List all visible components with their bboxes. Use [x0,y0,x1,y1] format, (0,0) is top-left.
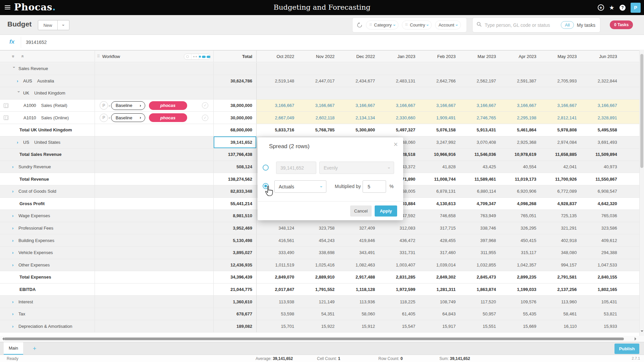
month-cell[interactable]: 16,110 [539,320,579,332]
month-cell[interactable]: 312,083 [378,222,418,234]
total-column-header[interactable]: Total [214,51,257,62]
month-cell[interactable]: 5,978,808 [539,124,579,136]
check-circle-icon[interactable]: ✓ [202,102,208,109]
month-cell[interactable]: 2,849,070 [257,271,297,283]
month-cell[interactable]: 2,483,131 [378,75,418,87]
month-cell[interactable] [337,63,378,75]
row-label-cell[interactable]: ›Sundry Revenue [0,161,95,173]
month-cell[interactable]: 2,812,141 [539,112,579,124]
month-cell[interactable]: 2,831,285 [378,271,418,283]
month-cell[interactable]: 2,134,134 [337,112,378,124]
month-cell[interactable]: 402,918 [539,234,579,246]
month-cell[interactable]: 2,295,198 [499,112,539,124]
help-icon[interactable]: ? [620,5,626,11]
month-cell[interactable] [378,87,418,99]
apply-button[interactable]: Apply [375,205,397,217]
total-cell[interactable]: 12,436,935 [214,259,257,271]
month-cell[interactable]: 416,561 [257,234,297,246]
row-label-cell[interactable]: Total UK United Kingdom [0,124,95,136]
month-cell[interactable]: 294,388 [579,247,620,259]
column-header-month[interactable]: Nov 2022 [297,51,337,62]
month-cell[interactable]: 6,908,547 [579,185,620,197]
selected-cell[interactable]: 39,141,652 [214,136,257,148]
month-cell[interactable]: 6,878,131 [418,185,458,197]
total-cell[interactable]: 5,130,498 [214,234,257,246]
month-cell[interactable]: 3,691,493 [579,136,620,148]
month-cell[interactable]: 117,520 [458,296,498,308]
month-cell[interactable] [499,63,539,75]
row-label-cell[interactable]: ›Vehicle Expenses [0,247,95,259]
month-cell[interactable]: 118,225 [378,296,418,308]
close-icon[interactable]: × [393,140,398,149]
total-cell[interactable]: 82,833,348 [214,185,257,197]
scroll-down-icon[interactable] [641,330,643,333]
month-cell[interactable]: 109,576 [499,296,539,308]
month-cell[interactable] [418,63,458,75]
chevron-right-icon[interactable]: › [12,263,16,267]
collapse-all-icon[interactable]: » [19,55,25,58]
month-cell[interactable]: 2,705,993 [539,75,579,87]
month-cell[interactable]: 1,042,357 [499,259,539,271]
month-cell[interactable]: 4,928,837 [539,198,579,210]
new-dropdown-icon[interactable]: › [58,20,69,30]
month-cell[interactable]: 2,137,256 [539,284,579,296]
month-cell[interactable]: 4,642,320 [579,198,620,210]
month-cell[interactable]: 55,435 [499,308,539,320]
month-cell[interactable]: 15,551 [458,320,498,332]
month-cell[interactable]: 2,562,197 [458,75,498,87]
month-cell[interactable]: 15,912 [337,320,378,332]
month-cell[interactable]: 40,554 [499,161,539,173]
month-cell[interactable]: 338,698 [297,247,337,259]
month-cell[interactable]: 323,758 [297,222,337,234]
month-cell[interactable]: 1,003,407 [378,259,418,271]
month-cell[interactable]: 2,917,488 [337,271,378,283]
month-cell[interactable] [458,87,498,99]
history-icon[interactable] [357,22,363,28]
column-header-month[interactable]: Apr 2023 [499,51,539,62]
month-cell[interactable]: 317,460 [418,247,458,259]
favorites-star-icon[interactable]: ★ [609,5,614,11]
month-cell[interactable]: 113,936 [337,296,378,308]
new-button[interactable]: New › [38,20,69,30]
month-cell[interactable]: 1,863,874 [458,284,498,296]
month-cell[interactable]: 397,968 [458,234,498,246]
month-cell[interactable]: 2,328,891 [579,112,620,124]
scroll-left-icon[interactable] [1,337,4,341]
month-cell[interactable]: 1,972,599 [378,284,418,296]
month-cell[interactable]: 317,715 [418,222,458,234]
row-label-cell[interactable]: Total Revenue [0,173,95,185]
month-cell[interactable]: 11,509,894 [579,148,620,161]
column-header-month[interactable]: Oct 2022 [257,51,297,62]
month-cell[interactable]: 64,843 [418,308,458,320]
month-cell[interactable]: 2,925,368 [499,136,539,148]
total-cell[interactable]: 189,082 [214,320,257,332]
month-cell[interactable]: 1,025,416 [297,259,337,271]
month-cell[interactable] [579,87,620,99]
month-cell[interactable]: 11,589,461 [458,173,498,185]
total-cell[interactable]: 30,624,786 [214,75,257,87]
month-cell[interactable]: 108,749 [418,296,458,308]
month-cell[interactable]: 40,973 [579,161,620,173]
month-cell[interactable]: 338,746 [458,222,498,234]
row-label-cell[interactable]: ›Depreciation & Amortisation [0,320,95,332]
month-cell[interactable]: 3,247,992 [418,136,458,148]
chevron-right-icon[interactable]: › [12,226,16,230]
month-cell[interactable]: 2,642,766 [418,75,458,87]
month-cell[interactable]: 2,330,660 [378,112,418,124]
month-cell[interactable] [297,87,337,99]
month-cell[interactable]: 54,351 [297,308,337,320]
tasks-chevron-icon[interactable]: › [629,25,634,26]
month-cell[interactable]: 41,828 [418,161,458,173]
month-cell[interactable]: 2,791,581 [539,271,579,283]
vertical-scrollbar[interactable] [639,51,644,336]
horizontal-scrollbar-thumb[interactable] [4,338,624,340]
drilldown-icon[interactable] [4,115,8,120]
month-cell[interactable]: 765,036 [579,210,620,222]
month-cell[interactable] [297,63,337,75]
chevron-right-icon[interactable]: › [12,165,16,169]
row-label-cell[interactable]: ›Tax [0,308,95,320]
month-cell[interactable]: 15,917 [418,320,458,332]
row-label-cell[interactable]: Total Sales Revenue [0,148,95,161]
month-cell[interactable]: 348,124 [257,222,297,234]
chevron-down-icon[interactable]: › [17,91,21,95]
